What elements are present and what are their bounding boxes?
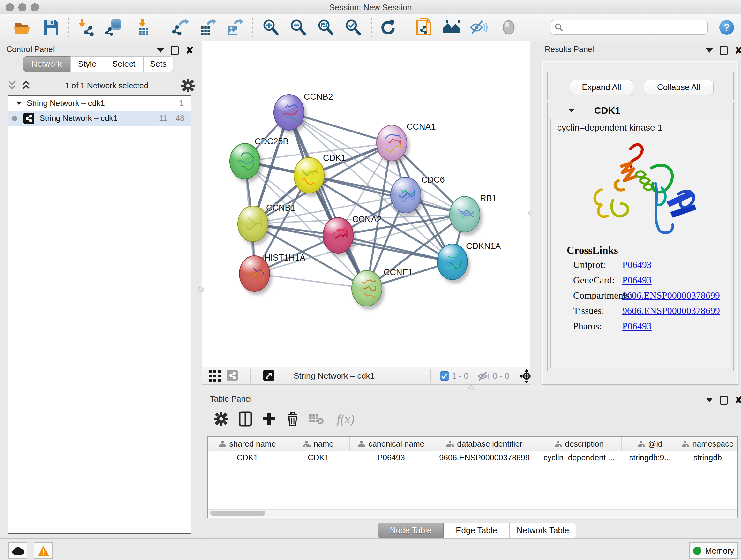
result-gene-name: CDK1 xyxy=(594,105,620,116)
scrollbar-thumb[interactable] xyxy=(210,510,265,516)
crosslink-row: Compartments:9606.ENSP00000378699 xyxy=(573,290,632,301)
network-view-title: String Network – cdk1 xyxy=(293,371,375,381)
hide-eye-icon[interactable] xyxy=(468,17,489,38)
show-columns-icon[interactable] xyxy=(235,409,255,429)
column-header-namespace[interactable]: namespace xyxy=(678,437,737,451)
crosslink-link[interactable]: P06493 xyxy=(622,259,652,270)
panel-collapse-icon[interactable] xyxy=(706,48,713,53)
delete-table-icon xyxy=(307,409,326,429)
toolbar-separator xyxy=(252,18,253,37)
open-in-window-icon[interactable] xyxy=(263,370,274,381)
warnings-button[interactable] xyxy=(34,543,53,559)
save-session-icon[interactable] xyxy=(41,17,62,38)
import-network-from-file-icon[interactable] xyxy=(76,17,97,38)
panel-collapse-icon[interactable] xyxy=(706,398,713,402)
document-network-icon[interactable] xyxy=(414,17,435,38)
table-cell: 9606.ENSP00000378699 xyxy=(432,453,536,462)
network-node-CDKN1A[interactable] xyxy=(437,244,468,280)
tab-node-table[interactable]: Node Table xyxy=(378,523,444,538)
crosslink-link[interactable]: 9606.ENSP00000378699 xyxy=(622,290,720,301)
column-header-@id[interactable]: @id xyxy=(622,437,678,451)
crosslink-link[interactable]: P06493 xyxy=(622,320,652,331)
network-node-CCNB2[interactable] xyxy=(273,94,305,131)
network-node-CCNA2[interactable] xyxy=(323,217,354,253)
export-network-icon[interactable] xyxy=(170,17,191,38)
network-collection-row[interactable]: String Network – cdk1 1 xyxy=(8,96,191,111)
network-options-gear-icon[interactable] xyxy=(181,79,195,92)
table-cell: P06493 xyxy=(350,453,432,462)
search-input[interactable] xyxy=(564,23,702,32)
panel-close-icon[interactable]: ✘ xyxy=(735,47,741,54)
export-table-icon[interactable] xyxy=(197,17,218,38)
cloud-status-button[interactable] xyxy=(8,543,27,559)
tab-network-table[interactable]: Network Table xyxy=(509,523,576,538)
column-header-database-identifier[interactable]: database identifier xyxy=(432,437,536,451)
network-node-CDK1[interactable] xyxy=(293,157,325,193)
crosslink-label: Uniprot: xyxy=(573,259,606,270)
card-expander-icon[interactable] xyxy=(568,108,575,113)
network-node-CDC6[interactable] xyxy=(390,177,421,213)
table-row[interactable]: CDK1CDK1P064939606.ENSP00000378699cyclin… xyxy=(208,451,738,463)
collapse-all-button[interactable]: Collapse All xyxy=(644,80,714,95)
tab-select[interactable]: Select xyxy=(104,56,144,72)
search-field[interactable] xyxy=(551,20,708,35)
panel-float-icon[interactable] xyxy=(720,395,728,405)
crosslink-link[interactable]: 9606.ENSP00000378699 xyxy=(622,305,720,316)
window-title: Session: New Session xyxy=(0,3,741,12)
open-session-icon[interactable] xyxy=(12,17,33,38)
grid-view-icon[interactable] xyxy=(209,370,222,382)
import-table-from-file-icon[interactable] xyxy=(133,17,154,38)
collection-count: 1 xyxy=(179,99,184,108)
tab-network[interactable]: Network xyxy=(23,56,70,72)
network-row[interactable]: String Network – cdk1 11 48 xyxy=(8,111,191,126)
delete-column-icon[interactable] xyxy=(283,409,302,429)
panel-float-icon[interactable] xyxy=(720,46,728,55)
network-node-CCNE1[interactable] xyxy=(351,270,382,307)
column-header-name[interactable]: name xyxy=(287,437,350,451)
refresh-view-icon[interactable] xyxy=(377,17,398,38)
collapse-all-icon[interactable] xyxy=(6,80,18,91)
node-table: shared namenamecanonical namedatabase id… xyxy=(207,436,738,518)
expand-all-icon[interactable] xyxy=(20,80,32,91)
column-header-shared-name[interactable]: shared name xyxy=(208,437,287,451)
network-node-CCNB1[interactable] xyxy=(238,206,268,242)
column-header-canonical-name[interactable]: canonical name xyxy=(350,437,432,451)
panel-collapse-icon[interactable] xyxy=(157,48,164,53)
import-network-from-database-icon[interactable] xyxy=(104,17,125,38)
zoom-fit-icon[interactable] xyxy=(315,17,336,38)
inactive-eye-icon[interactable] xyxy=(498,17,519,38)
panel-close-icon[interactable]: ✘ xyxy=(186,47,194,54)
export-image-icon[interactable] xyxy=(224,17,245,38)
panel-close-icon[interactable]: ✘ xyxy=(735,396,741,403)
node-result-header[interactable]: CDK1 xyxy=(548,103,733,118)
tab-sets[interactable]: Sets xyxy=(144,56,173,72)
table-cell: stringdb:9... xyxy=(622,453,678,462)
memory-button[interactable]: Memory xyxy=(689,543,738,559)
expand-all-button[interactable]: Expand All xyxy=(570,80,633,95)
network-view-toolbar: String Network – cdk1 1 - 0 0 - 0 xyxy=(202,367,530,385)
crosslink-link[interactable]: P06493 xyxy=(622,274,652,286)
network-node-RB1[interactable] xyxy=(449,196,480,233)
home-icon[interactable] xyxy=(441,17,462,38)
panel-float-icon[interactable] xyxy=(171,46,179,55)
column-header-description[interactable]: description xyxy=(536,437,622,451)
network-node-CCNA1[interactable] xyxy=(376,125,407,161)
network-view-icon[interactable] xyxy=(226,370,238,381)
selected-checkbox-icon[interactable] xyxy=(440,371,449,381)
function-builder-button: f(x) xyxy=(331,409,360,429)
table-horizontal-scrollbar[interactable] xyxy=(208,509,737,516)
zoom-out-icon[interactable] xyxy=(287,17,309,38)
crosslink-row: GeneCard:P06493 xyxy=(573,274,615,286)
tab-edge-table[interactable]: Edge Table xyxy=(444,523,509,538)
help-icon[interactable]: ? xyxy=(719,20,734,35)
table-options-gear-icon[interactable] xyxy=(211,409,231,429)
zoom-in-icon[interactable] xyxy=(260,17,281,38)
crosslink-label: Pharos: xyxy=(573,320,602,331)
network-node-CDC25B[interactable] xyxy=(229,143,260,179)
add-column-icon[interactable] xyxy=(259,409,279,429)
left-splitter-handle[interactable] xyxy=(199,287,204,292)
zoom-selected-icon[interactable] xyxy=(342,17,363,38)
network-canvas[interactable]: CCNB2CCNA1CDC25BCDK1CDC6RB1CCNB1CCNA2CDK… xyxy=(202,41,530,367)
tree-expander-icon[interactable] xyxy=(15,101,22,106)
tab-style[interactable]: Style xyxy=(70,56,104,72)
